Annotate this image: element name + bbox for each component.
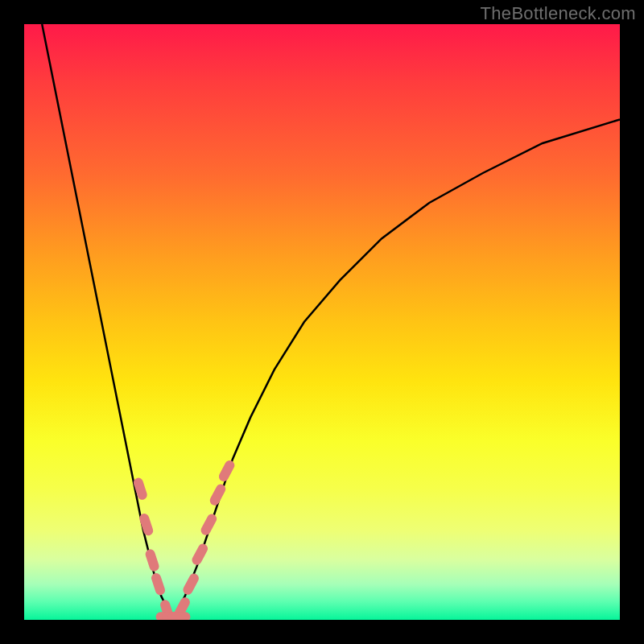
data-marker (190, 542, 209, 566)
watermark-text: TheBottleneck.com (481, 3, 636, 24)
data-marker (181, 572, 200, 596)
data-marker (208, 482, 228, 506)
data-marker (150, 572, 166, 596)
data-marker (217, 459, 237, 483)
chart-frame: TheBottleneck.com (0, 0, 644, 644)
data-marker (138, 512, 155, 536)
data-marker (167, 612, 190, 620)
curve-right (173, 119, 620, 620)
data-marker (162, 612, 184, 620)
plot-area (24, 24, 620, 620)
curve-left (42, 24, 173, 620)
data-marker (172, 596, 192, 620)
data-marker (144, 548, 160, 572)
data-marker (132, 477, 148, 501)
markers-left (132, 477, 175, 620)
curve-layer (24, 24, 620, 620)
data-marker (156, 612, 179, 620)
data-marker (159, 599, 175, 620)
markers-bottom (156, 612, 191, 620)
markers-right (172, 459, 236, 620)
data-marker (200, 512, 219, 536)
